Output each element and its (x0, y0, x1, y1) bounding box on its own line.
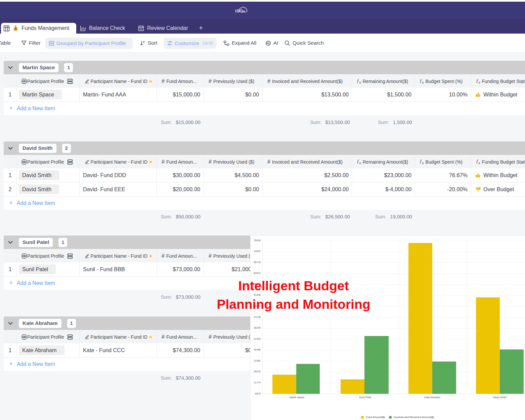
svg-text:iSO: iSO (235, 8, 243, 13)
svg-text:AI: AI (267, 42, 269, 44)
svg-text:+: + (243, 9, 245, 14)
